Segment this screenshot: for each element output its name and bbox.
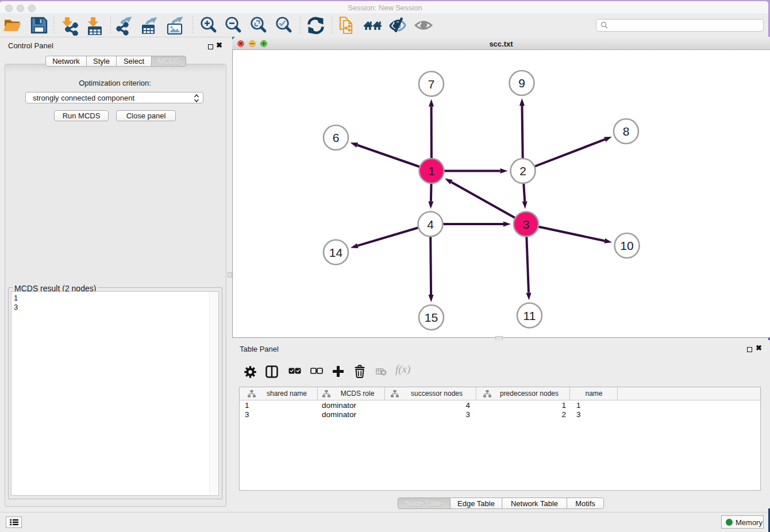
svg-text:15: 15 [425, 311, 438, 324]
svg-text:14: 14 [329, 246, 343, 259]
svg-text:6: 6 [333, 131, 340, 144]
svg-text:1: 1 [428, 164, 435, 178]
svg-text:2: 2 [519, 164, 526, 178]
svg-text:9: 9 [518, 76, 525, 90]
svg-text:4: 4 [427, 218, 434, 231]
svg-text:11: 11 [523, 309, 536, 322]
svg-text:10: 10 [620, 239, 633, 252]
svg-text:7: 7 [428, 78, 435, 91]
svg-text:3: 3 [523, 218, 530, 231]
svg-text:8: 8 [623, 125, 630, 138]
